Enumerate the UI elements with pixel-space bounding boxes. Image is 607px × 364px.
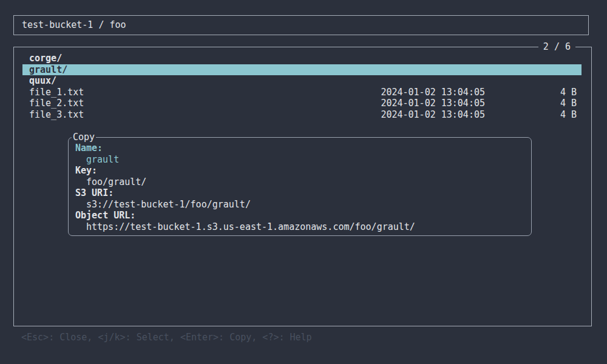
field-object-url-value: https://test-bucket-1.s3.us-east-1.amazo…	[75, 221, 531, 233]
field-s3-uri-value: s3://test-bucket-1/foo/grault/	[75, 199, 531, 211]
path-bar-text: test-bucket-1 / foo	[22, 19, 126, 30]
item-name: corge/	[29, 53, 577, 64]
list-item-grault-selected[interactable]: grault/	[22, 64, 582, 76]
copy-dialog-fields: Name: grault Key: foo/grault/ S3 URI: s3…	[69, 138, 531, 232]
field-object-url-label[interactable]: Object URL:	[75, 210, 531, 221]
item-size: 4 B	[485, 98, 577, 109]
item-modified-date: 2024-01-02 13:04:05	[381, 98, 485, 109]
copy-dialog-title: Copy	[72, 131, 96, 143]
list-item-file-3[interactable]: file_3.txt 2024-01-02 13:04:05 4 B	[22, 109, 582, 121]
path-bar: test-bucket-1 / foo	[13, 15, 589, 35]
list-item-file-2[interactable]: file_2.txt 2024-01-02 13:04:05 4 B	[22, 98, 582, 109]
item-name: quux/	[29, 75, 577, 87]
field-name-value: grault	[75, 154, 531, 166]
item-size: 4 B	[485, 87, 577, 98]
item-name: grault/	[29, 64, 577, 76]
item-modified-date: 2024-01-02 13:04:05	[381, 109, 485, 121]
object-list-panel: 2 / 6 corge/ grault/ quux/ file_1.txt 20…	[13, 47, 592, 326]
field-key-value: foo/grault/	[75, 177, 531, 188]
list-item-quux[interactable]: quux/	[22, 75, 582, 87]
copy-dialog: Copy Name: grault Key: foo/grault/ S3 UR…	[68, 137, 532, 236]
field-key-label[interactable]: Key:	[75, 165, 531, 177]
list-item-file-1[interactable]: file_1.txt 2024-01-02 13:04:05 4 B	[22, 87, 582, 98]
item-name: file_3.txt	[29, 109, 381, 121]
field-s3-uri-label[interactable]: S3 URI:	[75, 187, 531, 199]
keybinding-status-bar: <Esc>: Close, <j/k>: Select, <Enter>: Co…	[21, 332, 312, 343]
item-name: file_1.txt	[29, 87, 381, 98]
object-list: corge/ grault/ quux/ file_1.txt 2024-01-…	[14, 53, 591, 121]
list-counter: 2 / 6	[538, 41, 575, 53]
item-modified-date: 2024-01-02 13:04:05	[381, 87, 485, 98]
list-item-corge[interactable]: corge/	[22, 53, 582, 64]
item-size: 4 B	[485, 109, 577, 121]
item-name: file_2.txt	[29, 98, 381, 109]
field-name-label[interactable]: Name:	[75, 143, 531, 154]
